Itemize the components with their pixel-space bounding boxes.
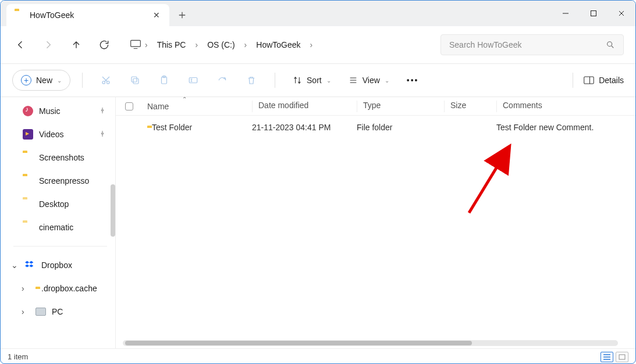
tab-active[interactable]: HowToGeek ✕ (6, 4, 169, 26)
folder-icon (23, 199, 33, 209)
new-tab-button[interactable] (169, 4, 195, 26)
close-tab-icon[interactable]: ✕ (152, 10, 161, 20)
sidebar-item-label: .dropbox.cache (41, 284, 97, 293)
divider (82, 73, 83, 88)
file-list: ⌃ Name Date modified Type Size Comments … (116, 97, 635, 348)
svg-rect-12 (619, 355, 625, 359)
sidebar-item-music[interactable]: Music (5, 99, 115, 123)
chevron-right-icon: › (244, 40, 247, 49)
view-button[interactable]: View ⌄ (343, 70, 395, 91)
sidebar-item-screenshots[interactable]: Screenshots (5, 146, 115, 169)
maximize-button[interactable] (580, 1, 607, 26)
close-window-button[interactable] (607, 1, 635, 26)
address-bar[interactable]: › This PC › OS (C:) › HowToGeek › (124, 38, 312, 52)
chevron-right-icon: › (22, 307, 30, 316)
divider (13, 246, 107, 247)
folder-icon (23, 222, 33, 233)
sidebar-item-pc[interactable]: › PC (5, 300, 115, 323)
sidebar-item-label: PC (52, 307, 63, 316)
sidebar-item-screenpresso[interactable]: Screenpresso (5, 169, 115, 192)
copy-button[interactable] (123, 70, 147, 91)
status-bar: 1 item (1, 348, 635, 364)
svg-rect-9 (189, 78, 197, 83)
column-header-size[interactable]: Size (444, 101, 496, 112)
folder-icon (23, 152, 33, 163)
forward-button[interactable] (40, 37, 56, 53)
breadcrumb-howtogeek[interactable]: HowToGeek (250, 38, 306, 52)
sort-button[interactable]: Sort ⌄ (287, 70, 337, 91)
horizontal-scrollbar[interactable] (123, 340, 618, 346)
window-controls (552, 1, 635, 26)
rename-button[interactable] (182, 70, 205, 91)
dropbox-icon (25, 260, 35, 270)
pc-icon (35, 308, 46, 316)
ellipsis-icon: ••• (407, 76, 419, 85)
view-details-button[interactable] (601, 352, 613, 362)
column-headers: ⌃ Name Date modified Type Size Comments (116, 97, 635, 116)
chevron-right-icon: › (195, 40, 198, 49)
up-button[interactable] (68, 37, 84, 53)
sidebar-item-dropbox-cache[interactable]: › .dropbox.cache (5, 277, 115, 300)
svg-rect-6 (132, 77, 137, 82)
delete-button[interactable] (240, 70, 263, 91)
refresh-button[interactable] (96, 37, 112, 53)
more-button[interactable]: ••• (401, 70, 425, 91)
back-button[interactable] (12, 37, 29, 53)
chevron-down-icon: ⌄ (11, 260, 19, 270)
monitor-icon (130, 39, 141, 51)
sidebar-scrollbar[interactable] (111, 184, 115, 237)
sidebar-item-desktop[interactable]: Desktop (5, 192, 115, 216)
sidebar-item-label: Desktop (39, 199, 69, 209)
file-comment: Test Folder new Comment. (496, 123, 635, 132)
sidebar-item-label: Screenpresso (39, 176, 89, 185)
toolbar: + New ⌄ Sort ⌄ View ⌄ ••• Details (1, 64, 635, 97)
file-name: Test Folder (152, 123, 192, 132)
file-type: File folder (357, 123, 444, 132)
svg-rect-5 (133, 78, 138, 84)
sidebar-item-videos[interactable]: Videos (5, 123, 115, 146)
view-thumbnails-button[interactable] (616, 352, 628, 362)
cut-button[interactable] (94, 70, 118, 91)
view-icon (349, 76, 358, 85)
search-icon (606, 40, 615, 49)
scrollbar-thumb[interactable] (125, 341, 472, 345)
share-button[interactable] (211, 70, 234, 91)
breadcrumb-os-c[interactable]: OS (C:) (201, 38, 240, 52)
sidebar-item-label: Music (39, 106, 61, 116)
sidebar-item-cinematic[interactable]: cinematic (5, 216, 115, 239)
column-header-comments[interactable]: Comments (496, 101, 635, 112)
svg-point-2 (607, 42, 612, 47)
search-input[interactable]: Search HowToGeek (440, 34, 624, 55)
pin-icon (99, 106, 115, 116)
breadcrumb-this-pc[interactable]: This PC (151, 38, 192, 52)
item-count: 1 item (8, 352, 28, 361)
tab-title: HowToGeek (30, 10, 146, 20)
details-icon (584, 76, 594, 84)
column-header-name[interactable]: ⌃ Name (147, 102, 252, 111)
details-label: Details (599, 76, 624, 85)
svg-rect-10 (584, 77, 594, 84)
new-label: New (36, 76, 52, 85)
details-pane-button[interactable]: Details (584, 76, 624, 85)
nav-row: › This PC › OS (C:) › HowToGeek › Search… (1, 26, 635, 63)
column-header-type[interactable]: Type (357, 101, 444, 112)
sidebar-item-dropbox[interactable]: ⌄ Dropbox (5, 254, 115, 277)
sidebar-item-label: Dropbox (41, 260, 72, 270)
svg-rect-0 (591, 11, 596, 16)
chevron-down-icon: ⌄ (326, 77, 331, 84)
column-header-date[interactable]: Date modified (252, 101, 357, 112)
file-row[interactable]: Test Folder 21-11-2023 04:41 PM File fol… (116, 116, 635, 139)
tab-bar: HowToGeek ✕ (1, 1, 635, 26)
sidebar: Music Videos Screenshots Screenpresso De… (1, 97, 116, 348)
chevron-down-icon: ⌄ (57, 77, 62, 84)
plus-circle-icon: + (21, 75, 31, 85)
pin-icon (99, 130, 115, 139)
select-all-checkbox[interactable] (125, 102, 133, 110)
minimize-button[interactable] (552, 1, 580, 26)
view-label: View (363, 76, 380, 85)
paste-button[interactable] (152, 70, 176, 91)
chevron-down-icon: ⌄ (385, 77, 389, 84)
search-placeholder: Search HowToGeek (449, 40, 606, 49)
svg-rect-1 (131, 40, 141, 47)
new-button[interactable]: + New ⌄ (12, 70, 70, 91)
